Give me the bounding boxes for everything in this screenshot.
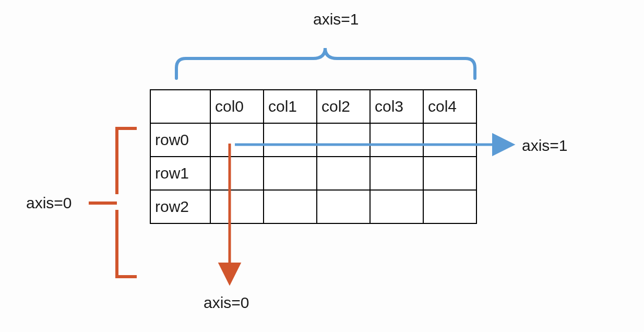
empty-cell (370, 123, 423, 157)
empty-cell (423, 123, 476, 157)
empty-cell (423, 157, 476, 190)
table-row: row0 (150, 123, 476, 157)
axis1-brace-icon (176, 48, 475, 78)
col-header: col0 (210, 90, 264, 123)
empty-cell (317, 190, 370, 223)
empty-cell (370, 190, 423, 223)
empty-cell (370, 157, 423, 190)
axis1-right-label: axis=1 (522, 137, 568, 155)
col-header: col3 (370, 90, 423, 123)
row-header: row1 (150, 157, 210, 190)
empty-cell (317, 123, 370, 157)
empty-cell (264, 123, 317, 157)
row-header: row2 (150, 190, 210, 223)
axis0-left-label: axis=0 (26, 194, 72, 212)
empty-cell (210, 190, 264, 223)
col-header: col2 (317, 90, 370, 123)
table-row: row2 (150, 190, 476, 223)
row-header: row0 (150, 123, 210, 157)
col-header: col1 (264, 90, 317, 123)
corner-cell (150, 90, 210, 123)
diagram-stage: col0 col1 col2 col3 col4 row0 row1 row2 (0, 0, 644, 332)
empty-cell (210, 157, 264, 190)
axis0-bracket-icon (117, 128, 137, 277)
table-row: col0 col1 col2 col3 col4 (150, 90, 476, 123)
table-row: row1 (150, 157, 476, 190)
empty-cell (264, 190, 317, 223)
empty-cell (317, 157, 370, 190)
dataframe-grid: col0 col1 col2 col3 col4 row0 row1 row2 (150, 89, 477, 224)
col-header: col4 (423, 90, 476, 123)
axis1-top-label: axis=1 (313, 10, 359, 28)
empty-cell (264, 157, 317, 190)
empty-cell (210, 123, 264, 157)
axis0-bottom-label: axis=0 (204, 294, 249, 312)
empty-cell (423, 190, 476, 223)
